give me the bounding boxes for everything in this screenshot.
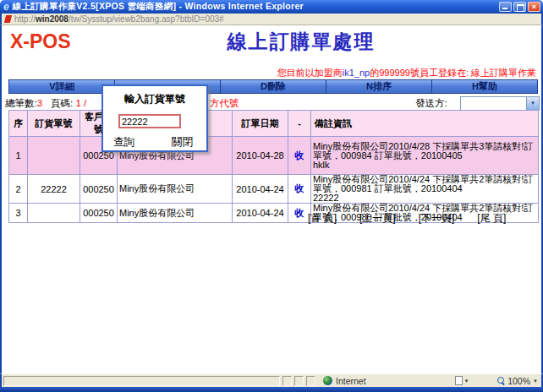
window-titlebar: e 線上訂購單作業V2.5[XPOS 雲端商務網] - Windows Inte…	[0, 0, 543, 14]
cell-order-date: 2010-04-28	[233, 137, 288, 175]
close-button[interactable]: ×	[528, 2, 540, 12]
dialog-title: 輸入訂貨單號	[103, 92, 206, 106]
chevron-down-icon: ▼	[533, 378, 538, 384]
toolbar-button-help[interactable]: H幫助	[431, 79, 538, 94]
toolbar-button-detail[interactable]: V詳細	[8, 79, 115, 94]
magnifier-icon	[497, 377, 505, 384]
pagination-last[interactable]: [尾 頁]	[477, 211, 506, 226]
order-number-dialog: 輸入訂貨單號 查詢 關閉	[101, 84, 208, 152]
status-message-panel	[3, 376, 280, 386]
cell-order-no	[28, 137, 80, 175]
maximize-button[interactable]	[513, 2, 526, 12]
cell-order-no: 22222	[28, 175, 80, 204]
zone-label: Internet	[336, 376, 366, 386]
page-icon	[455, 376, 463, 385]
sender-label: 發送方:	[415, 97, 447, 110]
cell-order-date: 2010-04-24	[233, 175, 288, 204]
cell-seq: 3	[9, 204, 28, 223]
header-seq: 序	[9, 111, 28, 137]
address-bar: http://win2008/tw/Sysstup/viewb2bang.asp…	[0, 14, 543, 25]
dialog-close-button[interactable]: 關閉	[172, 135, 193, 150]
total-count: 總筆數:3	[5, 97, 42, 110]
table-header-row: 序 訂貨單號 客戶代號 客戶名稱 訂單日期 - 備註資訊	[9, 111, 539, 137]
cell-customer-name: Miny股份有限公司	[118, 204, 233, 223]
cell-customer-name: Miny股份有限公司	[118, 175, 233, 204]
orders-table: 序 訂貨單號 客戶代號 客戶名稱 訂單日期 - 備註資訊 1 000250 Mi…	[8, 110, 539, 223]
sender-select[interactable]: ▼	[460, 96, 540, 111]
header-order-no: 訂貨單號	[28, 111, 80, 137]
chevron-down-icon: ▼	[464, 378, 469, 384]
url-path: /tw/Sysstup/viewb2bang.asp?btbID=003#	[69, 14, 224, 24]
login-suffix: 號員工登錄在: 線上訂購單作業	[410, 68, 536, 78]
page-number-label: 頁碼:	[51, 98, 73, 108]
pagination-first[interactable]: [首 頁]	[308, 211, 337, 226]
hint-text-fragment: 方代號	[210, 97, 239, 110]
login-mid: 的	[370, 68, 379, 78]
cell-flag: 收	[288, 175, 311, 204]
cell-flag: 收	[288, 137, 311, 175]
browser-window: e 線上訂購單作業V2.5[XPOS 雲端商務網] - Windows Inte…	[0, 0, 543, 392]
cell-customer-code: 000250	[80, 204, 118, 223]
cell-customer-code: 000250	[80, 175, 118, 204]
merchant-id: ik1_np	[343, 68, 370, 78]
table-row[interactable]: 1 000250 Miny股份有限公司 2010-04-28 收 Miny股份有…	[9, 137, 539, 175]
total-count-value: 3	[37, 98, 42, 108]
cell-seq: 1	[9, 137, 28, 175]
window-bottom-border	[0, 387, 543, 392]
status-bar: Internet ▼ 100% ▼	[0, 373, 543, 387]
toolbar-button-delete[interactable]: D刪除	[220, 79, 326, 94]
status-cell	[282, 376, 292, 386]
login-prefix: 您目前以加盟商	[277, 68, 343, 78]
page-content: X-POS 線上訂購單處理 您目前以加盟商ik1_np的999999號員工登錄在…	[0, 25, 543, 373]
status-cell	[294, 376, 304, 386]
protected-mode-control[interactable]: ▼	[444, 376, 480, 385]
page-title: 線上訂購單處理	[61, 29, 541, 55]
url-prefix: http://	[14, 14, 36, 24]
total-count-label: 總筆數:	[5, 98, 37, 108]
header-remark: 備註資訊	[311, 111, 539, 137]
toolbar-button-sort[interactable]: N排序	[326, 79, 432, 94]
cell-seq: 2	[9, 175, 28, 204]
employee-id: 999999	[379, 68, 410, 78]
page-number: 頁碼: 1 /	[51, 97, 86, 110]
window-title: 線上訂購單作業V2.5[XPOS 雲端商務網] - Windows Intern…	[13, 1, 304, 13]
minimize-button[interactable]	[499, 2, 512, 12]
pagination-next[interactable]: [下一頁]	[419, 211, 455, 226]
cell-order-no	[28, 204, 80, 223]
url-text: http://win2008/tw/Sysstup/viewb2bang.asp…	[14, 14, 224, 24]
sender-select-value	[461, 97, 526, 110]
zoom-control[interactable]: 100% ▼	[482, 376, 538, 386]
pagination: [首 頁] [上一頁] [下一頁] [尾 頁]	[308, 211, 506, 226]
zoom-level: 100%	[507, 376, 530, 386]
header-order-date: 訂單日期	[233, 111, 288, 137]
security-zone: Internet	[318, 376, 407, 386]
toolbar: V詳細 D刪除 N排序 H幫助	[8, 79, 538, 94]
table-row[interactable]: 2 22222 000250 Miny股份有限公司 2010-04-24 收 M…	[9, 175, 539, 204]
url-host: win2008	[36, 14, 69, 24]
login-notice: 您目前以加盟商ik1_np的999999號員工登錄在: 線上訂購單作業	[277, 67, 536, 79]
status-cell	[306, 376, 315, 386]
address-alert-icon	[4, 15, 12, 23]
cell-order-date: 2010-04-24	[233, 204, 288, 223]
order-number-input[interactable]	[118, 114, 181, 128]
dialog-query-button[interactable]: 查詢	[113, 135, 134, 150]
cell-remark: Miny股份有限公司2010/4/28 下採購單共3筆請核對!訂單號，00098…	[311, 137, 539, 175]
chevron-down-icon[interactable]: ▼	[526, 97, 539, 110]
status-gap	[409, 376, 442, 386]
globe-icon	[323, 376, 332, 385]
page-number-value: 1 /	[75, 98, 86, 108]
pagination-prev[interactable]: [上一頁]	[359, 211, 396, 226]
header-flag: -	[288, 111, 311, 137]
ie-logo-icon: e	[3, 2, 9, 12]
cell-remark: Miny股份有限公司2010/4/24 下採購單共2筆請核對!訂單號，00098…	[311, 175, 539, 204]
